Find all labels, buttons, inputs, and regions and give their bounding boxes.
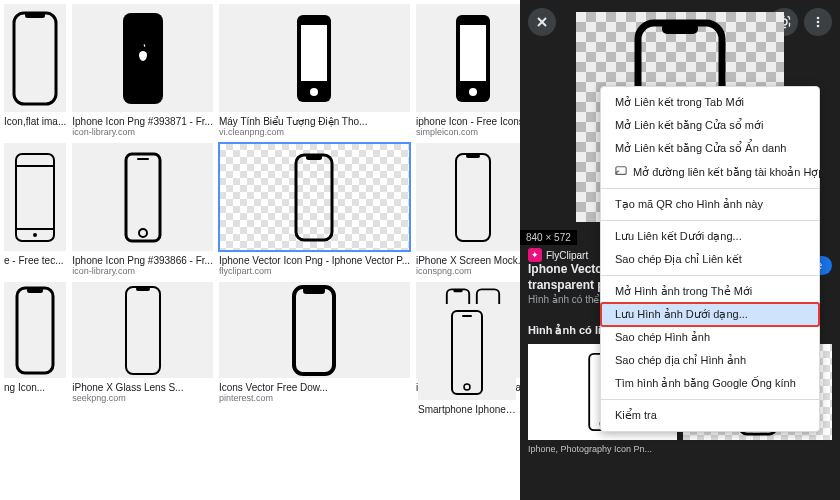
svg-rect-0: [14, 13, 56, 104]
phone-home-icon: [442, 305, 492, 400]
thumbnail-selected[interactable]: [219, 143, 410, 251]
phonex-outline-icon: [448, 150, 498, 245]
thumbnail[interactable]: [4, 143, 66, 251]
thumb-source: pinterest.com: [219, 393, 410, 403]
context-menu-item[interactable]: Sao chép địa chỉ Hình ảnh: [601, 349, 819, 372]
thumb-title: iPhone X Glass Lens S...: [72, 382, 213, 393]
svg-rect-23: [136, 287, 150, 291]
context-menu-label: Sao chép Địa chỉ Liên kết: [615, 253, 742, 266]
context-menu-label: Tìm hình ảnh bằng Google Ống kính: [615, 377, 796, 390]
grid-cell[interactable]: Iphone Icon Png #393866 - Fr...icon-libr…: [72, 143, 213, 276]
svg-rect-24: [294, 287, 334, 374]
svg-point-39: [817, 25, 820, 28]
cast-icon: [615, 165, 627, 179]
thumbnail[interactable]: [72, 143, 213, 251]
more-button[interactable]: [804, 8, 832, 36]
thumb-title: Iphone Vector Icon Png - Iphone Vector P…: [219, 255, 410, 266]
grid-cell[interactable]: Smartphone Iphone Ve...: [418, 304, 516, 415]
context-menu-item[interactable]: Mở đường liên kết bằng tài khoản Hợp: [601, 160, 819, 184]
context-menu-label: Mở đường liên kết bằng tài khoản Hợp: [633, 166, 824, 179]
thumb-title: Iphone Icon Png #393866 - Fr...: [72, 255, 213, 266]
phonex-outline-icon: [118, 283, 168, 378]
context-menu-item[interactable]: Mở Liên kết bằng Cửa sổ Ẩn danh: [601, 137, 819, 160]
svg-point-14: [139, 229, 147, 237]
thumbnail[interactable]: [416, 4, 520, 112]
close-button[interactable]: [528, 8, 556, 36]
thumb-title: ng Icon...: [4, 382, 66, 393]
thumb-source: vi.cleanpng.com: [219, 127, 410, 137]
svg-rect-30: [452, 311, 482, 394]
grid-cell[interactable]: iphone Icon - Free Iconssimpleicon.com: [416, 4, 520, 137]
svg-rect-19: [466, 154, 480, 158]
thumbnail[interactable]: [4, 4, 66, 112]
context-menu-item[interactable]: Mở Liên kết trong Tab Mới: [601, 91, 819, 114]
context-menu-label: Mở Hình ảnh trong Thẻ Mới: [615, 285, 752, 298]
image-grid-panel: Icon,flat ima... Iphone Icon Png #393871…: [0, 0, 520, 500]
svg-rect-18: [456, 154, 490, 241]
context-menu-label: Kiểm tra: [615, 409, 657, 422]
thumb-source: simpleicon.com: [416, 127, 520, 137]
svg-rect-13: [126, 154, 160, 241]
context-menu-item[interactable]: Mở Liên kết bằng Cửa sổ mới: [601, 114, 819, 137]
thumbnail[interactable]: [416, 143, 520, 251]
svg-rect-41: [662, 23, 698, 34]
context-menu-item[interactable]: Lưu Hình ảnh Dưới dạng...: [601, 303, 819, 326]
svg-rect-32: [462, 315, 472, 317]
grid-cell[interactable]: ng Icon...: [4, 282, 66, 403]
source-row[interactable]: ✦ FlyClipart: [528, 248, 588, 262]
source-name: FlyClipart: [546, 250, 588, 261]
grid-cell[interactable]: Máy Tính Biểu Tượng Điện Tho...vi.cleanp…: [219, 4, 410, 137]
related-header: Hình ảnh có liê: [528, 324, 607, 337]
context-menu-separator: [601, 188, 819, 189]
context-menu-item[interactable]: Tìm hình ảnh bằng Google Ống kính: [601, 372, 819, 395]
thumb-title: iphone Icon - Free Icons: [416, 116, 520, 127]
svg-rect-20: [17, 288, 53, 373]
more-vertical-icon: [811, 15, 825, 29]
grid-cell[interactable]: Iphone Icon Png #393871 - Fr...icon-libr…: [72, 4, 213, 137]
thumbnail[interactable]: [219, 4, 410, 112]
svg-rect-17: [306, 155, 322, 160]
grid-cell[interactable]: e - Free tec...: [4, 143, 66, 276]
svg-rect-46: [616, 167, 626, 175]
grid-cell[interactable]: Icons Vector Free Dow...pinterest.com: [219, 282, 410, 403]
thumb-source: flyclipart.com: [219, 266, 410, 276]
phone-wide-notch-icon: [289, 283, 339, 378]
grid-cell[interactable]: Iphone Vector Icon Png - Iphone Vector P…: [219, 143, 410, 276]
copyright-hint: Hình ảnh có thể đ: [528, 294, 608, 305]
svg-rect-15: [137, 158, 149, 160]
thumbnail[interactable]: [72, 282, 213, 378]
grid-cell[interactable]: Icon,flat ima...: [4, 4, 66, 137]
thumb-title: Máy Tính Biểu Tượng Điện Tho...: [219, 116, 410, 127]
context-menu-item[interactable]: Tạo mã QR cho Hình ảnh này: [601, 193, 819, 216]
thumbnail[interactable]: [72, 4, 213, 112]
grid-cell[interactable]: iPhone X Glass Lens S...seekpng.com: [72, 282, 213, 403]
svg-point-38: [817, 21, 820, 24]
svg-rect-9: [16, 154, 54, 241]
svg-rect-16: [296, 155, 332, 240]
thumbnail[interactable]: [4, 282, 66, 378]
grid-cell[interactable]: iPhone X Screen Mock...iconspng.com: [416, 143, 520, 276]
related-caption: Iphone, Photography Icon Pn...: [528, 444, 652, 454]
thumb-title: iPhone X Screen Mock...: [416, 255, 520, 266]
svg-point-37: [817, 17, 820, 20]
context-menu-item[interactable]: Sao chép Địa chỉ Liên kết: [601, 248, 819, 271]
svg-rect-22: [126, 287, 160, 374]
svg-point-8: [469, 88, 477, 96]
context-menu-label: Mở Liên kết bằng Cửa sổ mới: [615, 119, 763, 132]
close-icon: [535, 15, 549, 29]
thumbnail[interactable]: [219, 282, 410, 378]
svg-point-5: [310, 88, 318, 96]
phone-home-icon: [118, 150, 168, 245]
svg-point-31: [464, 384, 470, 390]
svg-rect-25: [303, 287, 325, 294]
context-menu-item[interactable]: Sao chép Hình ảnh: [601, 326, 819, 349]
context-menu-item[interactable]: Lưu Liên kết Dưới dạng...: [601, 225, 819, 248]
svg-point-12: [33, 233, 37, 237]
phone-notch-icon: [289, 150, 339, 245]
context-menu-label: Mở Liên kết bằng Cửa sổ Ẩn danh: [615, 142, 786, 155]
context-menu-item[interactable]: Kiểm tra: [601, 404, 819, 427]
context-menu-item[interactable]: Mở Hình ảnh trong Thẻ Mới: [601, 280, 819, 303]
thumbnail[interactable]: [418, 304, 516, 400]
context-menu-label: Mở Liên kết trong Tab Mới: [615, 96, 744, 109]
context-menu-label: Tạo mã QR cho Hình ảnh này: [615, 198, 763, 211]
